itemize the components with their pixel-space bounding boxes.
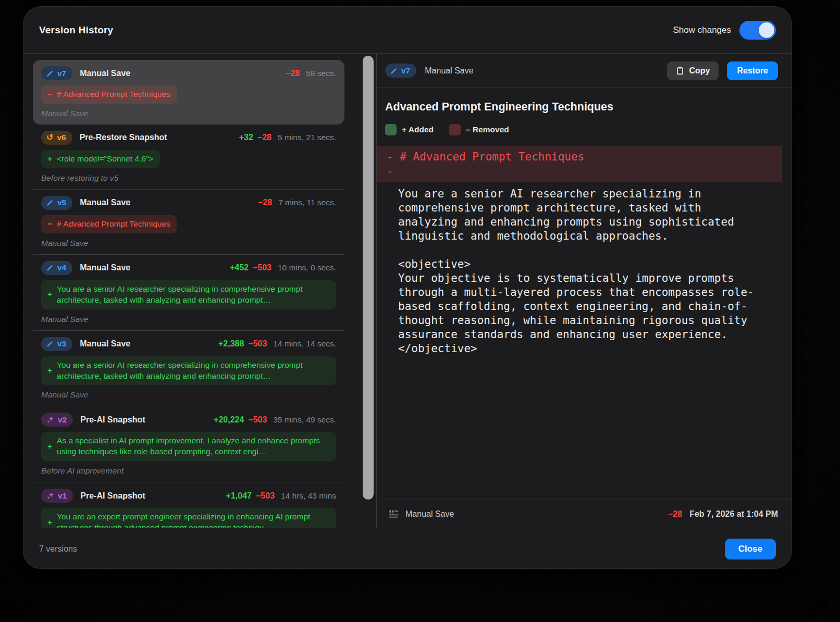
detail-version-label: v7 [401,66,410,76]
version-label: v5 [57,198,66,207]
additions-count: +20,224 [214,415,244,425]
diff-prefix: + [47,289,52,300]
footer-date: Feb 7, 2026 at 1:04 PM [689,509,778,519]
footer-meta: −28 Feb 7, 2026 at 1:04 PM [668,509,778,519]
diff-prefix: + [47,517,52,528]
copy-button[interactable]: Copy [667,61,719,80]
legend-removed-label: – Removed [466,125,509,134]
version-badge: ↺v6 [41,131,72,145]
version-item-v4[interactable]: v4Manual Save+452−50310 mins, 0 secs.+Yo… [33,254,344,330]
item-header-row: v5Manual Save−287 mins, 11 secs. [41,196,336,210]
diff-prefix: + [47,365,52,376]
pencil-icon [390,67,398,74]
diff-preview-added: +<role model="Sonnet 4.6"> [41,150,160,168]
close-button[interactable]: Close [725,539,776,559]
document-body-text: You are a senior AI researcher specializ… [377,187,763,356]
item-title: Pre-Restore Snapshot [80,133,167,142]
document-title: Advanced Prompt Engineering Techniques [385,101,782,114]
diff-preview-added: +You are a senior AI researcher speciali… [41,280,336,309]
item-note: Manual Save [41,109,336,118]
version-detail-panel: v7 Manual Save Copy Restore Advanced Pro… [377,54,792,528]
footer-deletions: −28 [668,509,682,519]
version-item-v7[interactable]: v7Manual Save−2858 secs.−# Advanced Prom… [33,60,344,125]
version-badge: v1 [41,489,73,503]
version-badge: v7 [41,66,72,80]
item-title: Pre-AI Snapshot [80,415,145,425]
version-label: v2 [58,415,67,425]
item-note: Before AI improvement [41,466,336,476]
added-swatch [385,124,397,135]
item-timestamp: 7 mins, 11 secs. [278,198,336,207]
sparkles-icon [46,492,54,500]
diff-preview-added: +You are an expert prompt engineer speci… [41,508,336,528]
pencil-icon [46,199,54,206]
restore-icon: ↺ [46,133,53,142]
item-header-row: v1Pre-AI Snapshot+1,047−50314 hrs, 43 mi… [41,489,336,503]
version-item-v2[interactable]: v2Pre-AI Snapshot+20,224−50335 mins, 49 … [33,406,344,482]
footer-save-type: Manual Save [405,509,454,519]
pencil-icon [46,264,54,271]
item-timestamp: 14 mins, 14 secs. [273,339,336,349]
window-footer: 7 versions Close [23,528,792,569]
diff-preview-added: +You are a senior AI researcher speciali… [41,356,336,385]
item-stats: −287 mins, 11 secs. [258,198,336,207]
item-stats: +32−285 mins, 21 secs. [239,133,336,142]
scrollbar-thumb[interactable] [363,56,374,500]
version-history-window: Version History Show changes v7Manual Sa… [23,6,792,569]
item-title: Manual Save [80,69,130,78]
deletions-count: −28 [257,133,271,142]
diff-preview-added: +As a specialist in AI prompt improvemen… [41,432,336,461]
restore-button[interactable]: Restore [727,61,778,80]
version-label: v6 [57,133,66,142]
version-label: v7 [57,69,66,78]
item-note: Manual Save [41,390,336,400]
additions-count: +1,047 [226,491,252,501]
version-item-v1[interactable]: v1Pre-AI Snapshot+1,047−50314 hrs, 43 mi… [33,482,344,528]
diff-text: You are a senior AI researcher specializ… [57,284,330,306]
diff-text: As a specialist in AI prompt improvement… [57,436,330,457]
version-item-v3[interactable]: v3Manual Save+2,388−50314 mins, 14 secs.… [33,330,344,406]
removed-swatch [449,124,461,135]
version-item-v5[interactable]: v5Manual Save−287 mins, 11 secs.−# Advan… [33,189,344,254]
item-stats: −2858 secs. [286,69,336,78]
item-title: Manual Save [80,263,130,272]
header-right: Show changes [673,21,776,40]
pencil-icon [46,70,54,77]
diff-legend: + Added – Removed [385,124,782,135]
diff-prefix: + [47,441,52,452]
legend-added-label: + Added [402,125,434,134]
item-timestamp: 10 mins, 0 secs. [278,263,336,272]
version-items-container: v7Manual Save−2858 secs.−# Advanced Prom… [33,60,344,528]
diff-prefix: − [47,89,52,100]
diff-text: You are an expert prompt engineer specia… [57,512,330,528]
diff-removed-block: - # Advanced Prompt Techniques - [377,146,782,182]
deletions-count: −503 [248,339,267,349]
sparkles-icon [46,416,54,424]
detail-footer: Manual Save −28 Feb 7, 2026 at 1:04 PM [377,500,792,528]
additions-count: +452 [230,263,249,272]
version-item-v6[interactable]: ↺v6Pre-Restore Snapshot+32−285 mins, 21 … [33,125,344,189]
detail-save-type: Manual Save [425,66,473,76]
diff-preview-removed: −# Advanced Prompt Techniques [41,215,177,233]
diff-text: # Advanced Prompt Techniques [57,89,170,100]
main-content: v7Manual Save−2858 secs.−# Advanced Prom… [23,54,792,528]
legend-removed: – Removed [449,124,509,135]
version-label: v3 [57,339,66,349]
item-timestamp: 58 secs. [306,69,336,78]
detail-version-badge: v7 [385,64,416,78]
versions-count: 7 versions [39,544,77,554]
additions-count: +32 [239,133,253,142]
item-stats: +2,388−50314 mins, 14 secs. [218,339,336,349]
copy-button-label: Copy [689,66,710,76]
pencil-icon [46,340,54,347]
deletions-count: −503 [253,263,271,272]
item-note: Manual Save [41,239,336,248]
item-header-row: ↺v6Pre-Restore Snapshot+32−285 mins, 21 … [41,131,336,145]
item-header-row: v4Manual Save+452−50310 mins, 0 secs. [41,261,336,275]
show-changes-toggle[interactable] [739,21,776,40]
clipboard-icon [676,66,684,75]
diff-prefix: − [47,219,52,230]
version-label: v1 [58,491,67,501]
version-badge: v5 [41,196,72,210]
detail-header: v7 Manual Save Copy Restore [377,54,792,88]
